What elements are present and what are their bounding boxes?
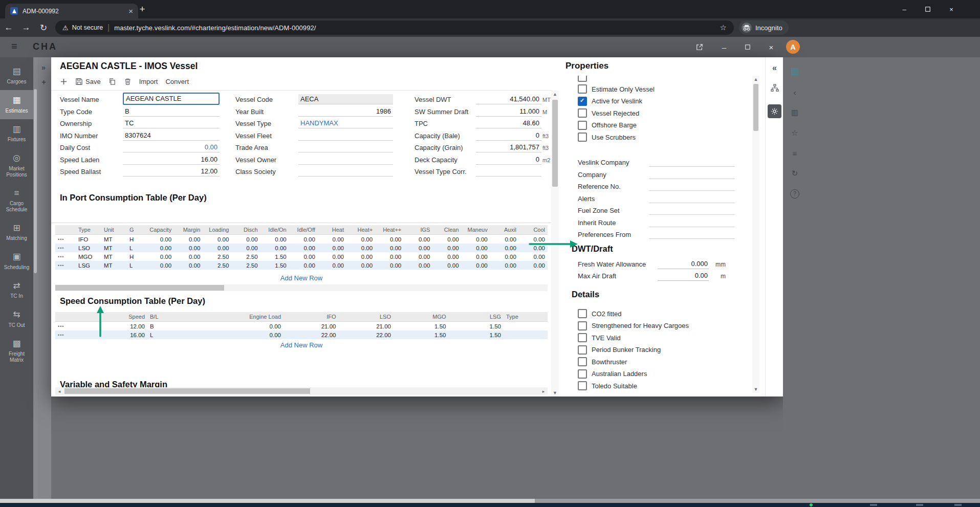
table-cell[interactable]: 0.00 — [490, 261, 519, 270]
checkbox[interactable] — [578, 333, 587, 342]
column-header[interactable]: LSG — [449, 312, 504, 322]
column-header[interactable]: Idle/On — [260, 225, 289, 235]
property-field-input[interactable] — [649, 158, 735, 167]
column-header[interactable]: Clean — [432, 225, 461, 235]
table-cell[interactable]: 0.00 — [145, 261, 174, 270]
refresh-circle-icon[interactable]: ↻ — [792, 169, 798, 178]
table-cell[interactable]: B — [147, 322, 181, 331]
row-menu-button[interactable]: ••• — [55, 330, 81, 339]
sidebar-item-tc-in[interactable]: ⇄ TC In — [0, 276, 33, 304]
menu-hamburger-icon[interactable]: ≡ — [11, 40, 17, 52]
table-cell[interactable]: 21.00 — [284, 322, 339, 331]
table-cell[interactable]: 0.00 — [318, 252, 346, 261]
table-cell[interactable]: 0.00 — [375, 244, 404, 252]
column-header[interactable]: IFO — [284, 312, 339, 322]
checkbox-row[interactable]: Active for Veslink — [565, 95, 752, 107]
column-header[interactable]: Cool — [519, 225, 548, 235]
page-horizontal-scrollbar[interactable] — [0, 499, 980, 503]
table-cell[interactable]: MT — [101, 235, 127, 244]
checkbox[interactable] — [578, 84, 587, 94]
table-cell[interactable]: 0.00 — [260, 244, 289, 252]
table-cell[interactable]: 0.00 — [375, 235, 404, 244]
table-cell[interactable]: 0.00 — [203, 235, 231, 244]
table-cell[interactable]: 0.00 — [231, 235, 260, 244]
add-new-row-link[interactable]: Add New Row — [55, 274, 548, 282]
table-cell[interactable]: 0.00 — [346, 261, 375, 270]
column-header[interactable]: Heat — [318, 225, 346, 235]
table-cell[interactable]: 0.00 — [174, 244, 203, 252]
column-header[interactable]: Type — [76, 225, 101, 235]
sidebar-item-cargo-schedule[interactable]: ≡ Cargo Schedule — [0, 183, 33, 218]
chart-icon[interactable]: ▥ — [791, 108, 798, 117]
table-cell[interactable]: 0.00 — [318, 244, 346, 252]
table-cell[interactable] — [504, 330, 548, 339]
field-input-capacity-grain[interactable]: 1,801,757 — [476, 142, 541, 152]
sidebar-item-estimates[interactable]: ▦ Estimates — [0, 90, 33, 119]
table-cell[interactable]: 1.50 — [449, 330, 504, 339]
table-cell[interactable]: 16.00 — [81, 330, 147, 339]
table-cell[interactable]: 1.50 — [449, 322, 504, 331]
property-field-input[interactable] — [649, 194, 735, 203]
field-input-vessel-fleet[interactable] — [298, 130, 393, 141]
field-input-daily-cost[interactable]: 0.00 — [123, 142, 220, 152]
table-cell[interactable]: 0.00 — [174, 261, 203, 270]
checkbox[interactable] — [578, 345, 587, 355]
checkbox[interactable] — [578, 381, 587, 390]
field-input-vessel-type[interactable]: HANDYMAX — [298, 118, 393, 128]
checkbox[interactable] — [578, 97, 587, 106]
field-input-tpc[interactable]: 48.60 — [476, 118, 541, 128]
property-field-input[interactable] — [649, 218, 735, 227]
checkbox[interactable] — [578, 76, 587, 82]
sidebar-item-scheduling[interactable]: ▣ Scheduling — [0, 247, 33, 275]
table-cell[interactable]: 0.00 — [181, 330, 284, 339]
scroll-right-arrow[interactable]: ▸ — [539, 389, 548, 394]
checkbox[interactable] — [578, 121, 587, 130]
table-cell[interactable]: 1.50 — [394, 330, 449, 339]
table-cell[interactable]: 2.50 — [203, 252, 231, 261]
field-input-vessel-owner[interactable] — [298, 155, 393, 165]
dwt-field-input[interactable]: 0.000 — [658, 259, 709, 269]
modal-popout-button[interactable] — [692, 41, 707, 53]
table-cell[interactable]: H — [127, 235, 145, 244]
back-icon[interactable]: ← — [0, 23, 17, 33]
table-cell[interactable]: 0.00 — [181, 322, 284, 331]
checkbox-row[interactable]: Bowthruster — [565, 356, 752, 368]
table-cell[interactable]: 0.00 — [519, 261, 548, 270]
scroll-down-arrow[interactable]: ▼ — [752, 387, 759, 392]
checkbox[interactable] — [578, 321, 587, 330]
scrollbar-thumb[interactable] — [34, 89, 37, 273]
table-cell[interactable]: 2.50 — [231, 252, 260, 261]
column-header[interactable]: Capacity — [145, 225, 174, 235]
column-header[interactable]: LSO — [339, 312, 394, 322]
properties-vertical-scrollbar[interactable]: ▲ ▼ — [752, 76, 759, 393]
table-cell[interactable]: 0.00 — [289, 244, 318, 252]
scrollbar-thumb[interactable] — [552, 100, 558, 187]
app-vertical-scrollbar[interactable] — [33, 57, 37, 499]
property-field-input[interactable] — [649, 206, 735, 215]
inport-horizontal-scrollbar[interactable] — [55, 284, 548, 291]
table-cell[interactable]: 1.50 — [394, 322, 449, 331]
field-input-speed-laden[interactable]: 16.00 — [123, 155, 220, 165]
table-cell[interactable]: 0.00 — [432, 244, 461, 252]
table-cell[interactable]: 0.00 — [462, 261, 490, 270]
scroll-left-arrow[interactable]: ◂ — [55, 389, 63, 394]
table-cell[interactable]: MT — [101, 261, 127, 270]
row-menu-button[interactable]: ••• — [55, 261, 76, 270]
table-cell[interactable]: 0.00 — [174, 235, 203, 244]
workflow-icon[interactable] — [766, 84, 783, 92]
checkbox-row[interactable]: Australian Ladders — [565, 368, 752, 380]
sidebar-item-cargoes[interactable]: ▤ Cargoes — [0, 61, 33, 90]
checkbox-row[interactable]: Offshore Barge — [565, 119, 752, 131]
field-input-trade-area[interactable] — [298, 142, 393, 152]
table-cell[interactable]: 0.00 — [462, 235, 490, 244]
table-cell[interactable]: 2.50 — [231, 261, 260, 270]
scrollbar-thumb[interactable] — [64, 388, 310, 394]
table-cell[interactable]: 0.00 — [289, 252, 318, 261]
checkbox[interactable] — [578, 108, 587, 118]
modal-close-button[interactable]: × — [764, 41, 779, 53]
modal-minimize-button[interactable]: – — [716, 41, 732, 53]
chevron-left-icon[interactable]: ‹ — [794, 88, 796, 97]
table-cell[interactable]: 0.00 — [289, 261, 318, 270]
row-menu-button[interactable]: ••• — [55, 322, 81, 331]
checkbox-row[interactable]: Use Scrubbers — [565, 131, 752, 144]
